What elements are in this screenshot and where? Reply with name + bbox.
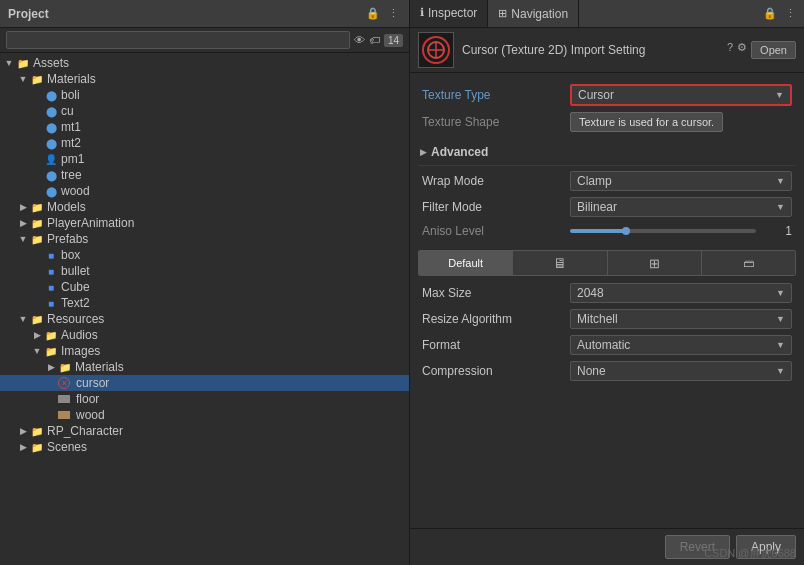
format-dropdown[interactable]: Automatic ▼ [570, 335, 792, 355]
aniso-slider[interactable] [570, 229, 756, 233]
tree-item-cursor[interactable]: ✕ cursor [0, 375, 409, 391]
tree-label-box: box [61, 248, 80, 262]
cursor-preview-icon [422, 36, 450, 64]
tree-label-boli: boli [61, 88, 80, 102]
sphere-icon-wood: ⬤ [44, 184, 58, 198]
platform-tab-db[interactable]: 🗃 [702, 251, 795, 275]
tree-item-rp-character[interactable]: ▶ 📁 RP_Character [0, 423, 409, 439]
prefab-icon-cube: ■ [44, 280, 58, 294]
filter-mode-text: Bilinear [577, 200, 617, 214]
tree-arrow-scenes: ▶ [16, 440, 30, 454]
tree-arrow-audios: ▶ [30, 328, 44, 342]
platform-tab-default[interactable]: Default [419, 251, 513, 275]
tree-label-text2: Text2 [61, 296, 90, 310]
tag-icon[interactable]: 🏷 [369, 34, 380, 46]
tree-label-wood-mat: wood [61, 184, 90, 198]
tree-label-cursor: cursor [76, 376, 109, 390]
tree-arrow-materials: ▼ [16, 72, 30, 86]
project-tree: ▼ 📁 Assets ▼ 📁 Materials ⬤ boli ⬤ [0, 53, 409, 565]
tree-item-audios[interactable]: ▶ 📁 Audios [0, 327, 409, 343]
advanced-arrow: ▶ [420, 147, 427, 157]
tree-label-floor: floor [76, 392, 99, 406]
format-label: Format [422, 338, 562, 352]
nav-icon: ⊞ [498, 7, 507, 20]
cursor-texture-icon: ✕ [58, 377, 70, 389]
platform-tab-grid[interactable]: ⊞ [608, 251, 702, 275]
inspector-panel: ℹ Inspector ⊞ Navigation 🔒 ⋮ [410, 0, 804, 565]
wood-icon [58, 411, 70, 419]
tree-item-cu[interactable]: ⬤ cu [0, 103, 409, 119]
tab-navigation[interactable]: ⊞ Navigation [488, 0, 579, 27]
settings-icon[interactable]: ⚙ [737, 41, 747, 59]
tree-item-resources[interactable]: ▼ 📁 Resources [0, 311, 409, 327]
open-button[interactable]: Open [751, 41, 796, 59]
compression-dropdown[interactable]: None ▼ [570, 361, 792, 381]
compression-value: None ▼ [570, 361, 792, 381]
tree-item-models[interactable]: ▶ 📁 Models [0, 199, 409, 215]
tree-item-wood[interactable]: wood [0, 407, 409, 423]
tree-item-scenes[interactable]: ▶ 📁 Scenes [0, 439, 409, 455]
tree-item-floor[interactable]: floor [0, 391, 409, 407]
max-size-label: Max Size [422, 286, 562, 300]
question-icon[interactable]: ? [727, 41, 733, 59]
tree-item-boli[interactable]: ⬤ boli [0, 87, 409, 103]
tab-inspector[interactable]: ℹ Inspector [410, 0, 488, 27]
folder-icon-images-materials: 📁 [58, 360, 72, 374]
platform-tab-monitor[interactable]: 🖥 [513, 251, 607, 275]
filter-mode-dropdown[interactable]: Bilinear ▼ [570, 197, 792, 217]
format-text: Automatic [577, 338, 630, 352]
tree-arrow-models: ▶ [16, 200, 30, 214]
info-icon: ℹ [420, 6, 424, 19]
tree-item-materials[interactable]: ▼ 📁 Materials [0, 71, 409, 87]
texture-shape-row: Texture Shape Texture is used for a curs… [418, 109, 796, 135]
lock-icon[interactable]: 🔒 [364, 6, 382, 21]
lock-icon-inspector[interactable]: 🔒 [761, 6, 779, 21]
search-input[interactable] [6, 31, 350, 49]
folder-icon-materials: 📁 [30, 72, 44, 86]
platform-tab-default-label: Default [448, 257, 483, 269]
tree-item-playeranim[interactable]: ▶ 📁 PlayerAnimation [0, 215, 409, 231]
monitor-icon: 🖥 [553, 255, 567, 271]
tree-item-mt2[interactable]: ⬤ mt2 [0, 135, 409, 151]
folder-icon-models: 📁 [30, 200, 44, 214]
search-bar: 👁 🏷 14 [0, 28, 409, 53]
tree-item-mt1[interactable]: ⬤ mt1 [0, 119, 409, 135]
prefab-icon-text2: ■ [44, 296, 58, 310]
sphere-icon-cu: ⬤ [44, 104, 58, 118]
divider-1 [418, 165, 796, 166]
tree-item-wood-mat[interactable]: ⬤ wood [0, 183, 409, 199]
wrap-mode-text: Clamp [577, 174, 612, 188]
tree-item-cube[interactable]: ■ Cube [0, 279, 409, 295]
tree-label-assets: Assets [33, 56, 69, 70]
filter-mode-label: Filter Mode [422, 200, 562, 214]
tree-item-tree[interactable]: ⬤ tree [0, 167, 409, 183]
tree-item-bullet[interactable]: ■ bullet [0, 263, 409, 279]
tree-item-images[interactable]: ▼ 📁 Images [0, 343, 409, 359]
tree-item-pm1[interactable]: 👤 pm1 [0, 151, 409, 167]
more-icon-inspector[interactable]: ⋮ [783, 6, 798, 21]
floor-icon [58, 395, 70, 403]
tree-arrow-images-materials: ▶ [44, 360, 58, 374]
asset-thumbnail [418, 32, 454, 68]
tree-item-box[interactable]: ■ box [0, 247, 409, 263]
texture-shape-tooltip: Texture is used for a cursor. [570, 112, 723, 132]
resize-algo-dropdown[interactable]: Mitchell ▼ [570, 309, 792, 329]
tree-item-prefabs[interactable]: ▼ 📁 Prefabs [0, 231, 409, 247]
advanced-section-header[interactable]: ▶ Advanced [418, 141, 796, 163]
tree-item-images-materials[interactable]: ▶ 📁 Materials [0, 359, 409, 375]
tree-label-mt1: mt1 [61, 120, 81, 134]
tree-arrow-rp-character: ▶ [16, 424, 30, 438]
resize-algo-text: Mitchell [577, 312, 618, 326]
eye-icon[interactable]: 👁 [354, 34, 365, 46]
more-icon[interactable]: ⋮ [386, 6, 401, 21]
tree-arrow-assets: ▼ [2, 56, 16, 70]
advanced-title: Advanced [431, 145, 488, 159]
texture-type-dropdown[interactable]: Cursor ▼ [570, 84, 792, 106]
wrap-mode-dropdown[interactable]: Clamp ▼ [570, 171, 792, 191]
tree-label-bullet: bullet [61, 264, 90, 278]
tree-item-assets[interactable]: ▼ 📁 Assets [0, 55, 409, 71]
max-size-dropdown[interactable]: 2048 ▼ [570, 283, 792, 303]
tree-item-text2[interactable]: ■ Text2 [0, 295, 409, 311]
sphere-icon-mt1: ⬤ [44, 120, 58, 134]
watermark: CSDN @胖虎6688 [704, 546, 796, 561]
